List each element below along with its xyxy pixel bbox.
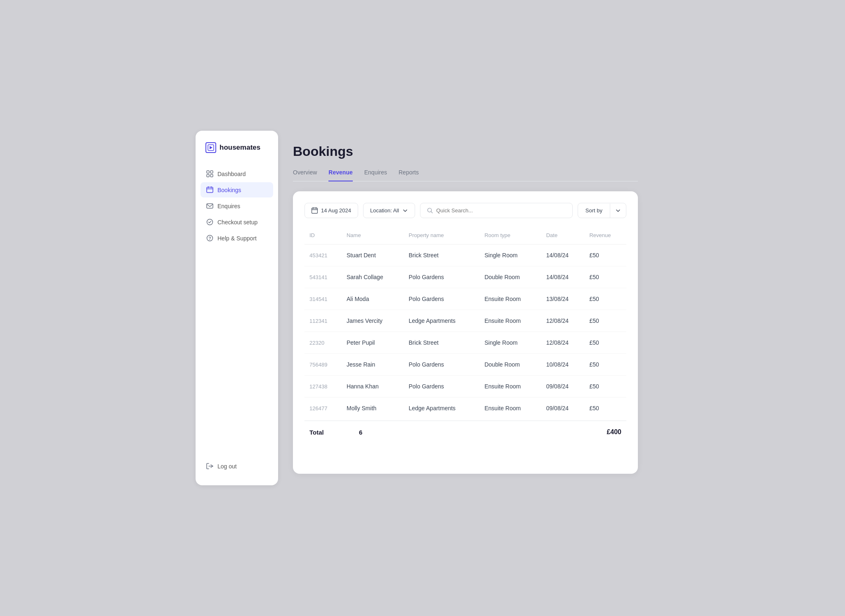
location-filter-label: Location: All (370, 207, 399, 214)
cell-revenue: £50 (584, 266, 626, 288)
cell-date: 12/08/24 (541, 332, 585, 354)
logout-button[interactable]: Log out (201, 458, 273, 474)
cell-id: 127438 (304, 376, 342, 397)
sidebar-item-help-label: Help & Support (217, 235, 257, 242)
date-filter-label: 14 Aug 2024 (321, 207, 351, 214)
cell-property: Brick Street (404, 332, 479, 354)
cell-date: 09/08/24 (541, 397, 585, 419)
table-row: 543141 Sarah Collage Polo Gardens Double… (304, 266, 626, 288)
sidebar-item-checkout[interactable]: Checkout setup (201, 214, 273, 230)
cell-room-type: Ensuite Room (479, 397, 541, 419)
col-header-id: ID (304, 228, 342, 245)
cell-room-type: Double Room (479, 354, 541, 376)
location-filter-button[interactable]: Location: All (363, 203, 415, 218)
cell-name: Jesse Rain (342, 354, 404, 376)
filters-row: 14 Aug 2024 Location: All Sor (304, 203, 626, 218)
table-row: 314541 Ali Moda Polo Gardens Ensuite Roo… (304, 288, 626, 310)
logout-label: Log out (217, 463, 237, 470)
footer-count: 6 (359, 429, 607, 436)
sidebar-item-dashboard[interactable]: Dashboard (201, 166, 273, 181)
sidebar-item-enquires-label: Enquires (217, 203, 240, 209)
svg-rect-4 (207, 174, 209, 177)
cell-room-type: Single Room (479, 245, 541, 266)
cell-date: 14/08/24 (541, 245, 585, 266)
app-name: housemates (220, 143, 260, 152)
table-row: 112341 James Vercity Ledge Apartments En… (304, 310, 626, 332)
cell-room-type: Single Room (479, 332, 541, 354)
svg-line-20 (431, 212, 432, 213)
sort-button[interactable]: Sort by (578, 203, 626, 218)
location-chevron-icon (402, 208, 408, 214)
help-icon: ? (206, 235, 213, 242)
cell-id: 112341 (304, 310, 342, 332)
sidebar: housemates Dashboard (196, 131, 278, 485)
page-title: Bookings (293, 144, 638, 159)
col-header-date: Date (541, 228, 585, 245)
cell-room-type: Ensuite Room (479, 310, 541, 332)
date-filter-button[interactable]: 14 Aug 2024 (304, 203, 358, 218)
tab-reports[interactable]: Reports (399, 169, 419, 181)
svg-rect-5 (210, 174, 213, 177)
sort-label: Sort by (578, 203, 610, 218)
svg-rect-3 (210, 171, 213, 173)
search-box (420, 203, 573, 218)
checkout-icon (206, 219, 213, 226)
table-row: 126477 Molly Smith Ledge Apartments Ensu… (304, 397, 626, 419)
cell-date: 12/08/24 (541, 310, 585, 332)
cell-id: 756489 (304, 354, 342, 376)
col-header-room-type: Room type (479, 228, 541, 245)
cell-property: Polo Gardens (404, 288, 479, 310)
cell-name: James Vercity (342, 310, 404, 332)
tab-revenue[interactable]: Revenue (328, 169, 352, 181)
sidebar-item-checkout-label: Checkout setup (217, 219, 257, 226)
cell-name: Ali Moda (342, 288, 404, 310)
col-header-revenue: Revenue (584, 228, 626, 245)
sort-chevron-icon[interactable] (610, 204, 626, 218)
sidebar-item-bookings[interactable]: Bookings (201, 182, 273, 197)
main-content: Bookings Overview Revenue Enquires Repor… (278, 131, 649, 485)
footer-total-label: Total (309, 429, 359, 436)
cell-name: Molly Smith (342, 397, 404, 419)
table-row: 756489 Jesse Rain Polo Gardens Double Ro… (304, 354, 626, 376)
col-header-name: Name (342, 228, 404, 245)
cell-date: 09/08/24 (541, 376, 585, 397)
nav-items: Dashboard Bookings Enquires (196, 166, 278, 458)
tab-overview[interactable]: Overview (293, 169, 317, 181)
search-input[interactable] (436, 207, 566, 214)
tabs: Overview Revenue Enquires Reports (293, 169, 638, 181)
sidebar-item-help[interactable]: ? Help & Support (201, 230, 273, 246)
cell-room-type: Double Room (479, 266, 541, 288)
svg-rect-6 (207, 187, 213, 193)
cell-id: 22320 (304, 332, 342, 354)
cell-id: 543141 (304, 266, 342, 288)
tab-enquires[interactable]: Enquires (364, 169, 387, 181)
cell-name: Sarah Collage (342, 266, 404, 288)
cell-id: 126477 (304, 397, 342, 419)
enquires-icon (206, 202, 213, 209)
cell-name: Peter Pupil (342, 332, 404, 354)
cell-property: Polo Gardens (404, 376, 479, 397)
sidebar-item-enquires[interactable]: Enquires (201, 198, 273, 214)
bookings-icon (206, 186, 213, 193)
cell-date: 10/08/24 (541, 354, 585, 376)
cell-revenue: £50 (584, 245, 626, 266)
calendar-icon (312, 207, 318, 214)
search-icon (427, 207, 433, 214)
svg-rect-10 (207, 204, 213, 208)
cell-room-type: Ensuite Room (479, 376, 541, 397)
svg-rect-15 (312, 208, 318, 214)
sidebar-item-dashboard-label: Dashboard (217, 171, 246, 177)
cell-revenue: £50 (584, 288, 626, 310)
cell-date: 13/08/24 (541, 288, 585, 310)
cell-revenue: £50 (584, 397, 626, 419)
logo-icon (205, 142, 216, 153)
cell-revenue: £50 (584, 310, 626, 332)
main-card: 14 Aug 2024 Location: All Sor (293, 191, 638, 474)
sidebar-bottom: Log out (196, 458, 278, 477)
cell-revenue: £50 (584, 354, 626, 376)
cell-property: Brick Street (404, 245, 479, 266)
cell-id: 314541 (304, 288, 342, 310)
logout-icon (206, 463, 213, 470)
svg-rect-2 (207, 171, 209, 173)
cell-id: 453421 (304, 245, 342, 266)
